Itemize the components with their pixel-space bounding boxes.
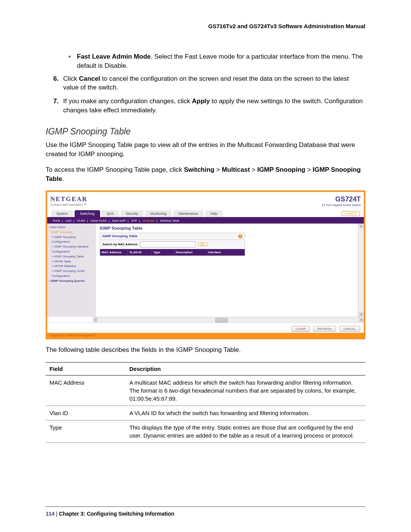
footer-sep: | [54,511,59,517]
cancel-button[interactable]: CANCEL [339,326,360,332]
table-row: MAC Address A multicast MAC address for … [46,375,365,406]
bullet-fast-leave: • Fast Leave Admin Mode. Select the Fast… [68,52,365,70]
tab-security[interactable]: Security [121,210,144,217]
bullet-marker: • [68,52,71,61]
search-input[interactable] [140,241,196,248]
vertical-scrollbar[interactable]: ▴ ▾ [358,224,364,317]
model-block: GS724T 24 Port Gigabit Smart Switch [322,195,361,207]
help-icon[interactable]: ? [238,234,242,238]
col-type: Type [152,249,174,256]
subnav-vlan[interactable]: VLAN [75,219,87,222]
p2-post: . [62,175,64,182]
tab-help[interactable]: Help [205,210,223,217]
horizontal-scrollbar[interactable]: ◂ ▸ [93,317,364,323]
table-intro: The following table describes the fields… [46,346,365,354]
col-desc: Description [174,249,207,256]
tab-maintenance[interactable]: Maintenance [173,210,204,217]
step7-bold: Apply [192,97,210,105]
cell-desc: A multicast MAC address for which the sw… [126,375,365,406]
bullet-label: Fast Leave Admin Mode [77,53,151,60]
th-field: Field [46,362,126,375]
subnav-ports[interactable]: Ports [51,219,62,222]
logout-button[interactable]: LOGOUT [342,211,360,216]
step6-post: to cancel the configuration on the scree… [63,75,349,91]
table-row: Vlan ID A VLAN ID for which the switch h… [46,406,365,420]
step-6: 6. Click Cancel to cancel the configurat… [53,74,365,93]
brand-logo: NETGEAR [50,195,88,203]
brand-tagline: Connect with Innovation ™ [50,203,88,206]
sidebar-item-igmp-table[interactable]: » IGMP Snooping Table [49,254,94,259]
main-tabs: System Switching QoS Security Monitoring… [51,210,224,217]
model-sub: 24 Port Gigabit Smart Switch [322,203,361,207]
sidebar: › Auto-Video ˅ IGMP Snooping » IGMP Snoo… [47,224,96,317]
subnav-lag[interactable]: LAG [64,219,73,222]
step6-bold: Cancel [79,75,100,82]
chapter-label: Chapter 3: Configuring Switching Informa… [59,511,174,517]
sb-lbl-8: IGMP Snooping Querier [51,279,85,283]
tab-monitoring[interactable]: Monitoring [145,210,172,217]
panel-title: IGMP Snooping Table [102,234,137,238]
cell-field: Type [46,420,126,443]
cell-field: MAC Address [46,375,126,406]
step6-num: 6. [53,74,59,83]
cell-field: Vlan ID [46,406,126,420]
tab-system[interactable]: System [51,210,73,217]
sidebar-item-auto-video[interactable]: › Auto-Video [49,225,94,230]
scroll-down-icon[interactable]: ▾ [358,312,364,317]
tab-qos[interactable]: QoS [102,210,119,217]
hscroll-thumb[interactable] [215,318,228,323]
sidebar-item-igmp-config[interactable]: » IGMP Snooping Configuration [49,235,94,245]
page-header: GS716Tv2 and GS724Tv3 Software Administr… [46,23,365,29]
cell-desc: A VLAN ID for which the switch has forwa… [126,406,365,420]
sidebar-item-mfdb-table[interactable]: » MFDB Table [49,259,94,264]
col-mac: MAC Address [100,249,128,256]
section-heading: IGMP Snooping Table [46,126,365,137]
table-header: MAC Address VLAN ID Type Description Int… [100,249,245,256]
main-title: IGMP Snooping Table [100,226,360,230]
sb-lbl-0: Auto-Video [50,225,65,229]
embedded-screenshot: NETGEAR Connect with Innovation ™ GS724T… [46,190,365,339]
subnav-multicast[interactable]: Multicast [141,219,157,222]
refresh-button[interactable]: REFRESH [313,326,336,332]
search-label: Search by MAC Address [102,243,138,246]
col-iface: Interface [207,249,245,256]
p2-g3: > [305,166,312,173]
sidebar-item-igmp-iface[interactable]: » IGMP Snooping Interface Configuration [49,244,94,254]
sidebar-item-querier[interactable]: › IGMP Snooping Querier [49,279,94,284]
subnav-auto-voip[interactable]: Auto-VoIP [110,219,128,222]
copyright: Copyright © 1996-2010 Netgear ® [47,333,364,338]
th-desc: Description [126,362,365,375]
sub-nav: Ports| LAG| VLAN| Voice VLAN| Auto-VoIP|… [47,218,364,224]
main-panel: IGMP Snooping Table IGMP Snooping Table … [96,224,364,317]
sidebar-item-igmp-snooping[interactable]: ˅ IGMP Snooping [49,230,94,235]
sidebar-item-mfdb-stats[interactable]: » MFDB Statistics [49,264,94,269]
sb-lbl-1: IGMP Snooping [51,230,72,234]
go-button[interactable]: GO [198,243,207,246]
panel: IGMP Snooping Table ? Search by MAC Addr… [100,233,245,256]
subnav-stp[interactable]: STP [129,219,139,222]
cell-desc: This displays the type of the entry. Sta… [126,420,365,443]
step7-num: 7. [53,97,59,106]
p2-b3: IGMP Snooping [257,166,305,173]
scroll-up-icon[interactable]: ▴ [358,224,364,228]
screenshot-footer: CLEAR REFRESH CANCEL [47,323,364,333]
para-intro: Use the IGMP Snooping Table page to view… [46,141,365,159]
clear-button[interactable]: CLEAR [292,326,310,332]
scroll-left-icon[interactable]: ◂ [93,318,98,322]
subnav-voice-vlan[interactable]: Voice VLAN [89,219,109,222]
scroll-right-icon[interactable]: ▸ [359,318,364,322]
page-number: 114 [46,511,54,517]
sidebar-item-igmp-vlan[interactable]: » IGMP Snooping VLAN Configuration [49,269,94,279]
para-access: To access the IGMP Snooping Table page, … [46,165,365,184]
p2-pre: To access the IGMP Snooping Table page, … [46,166,184,173]
model-name: GS724T [322,195,361,203]
page-footer: 114 | Chapter 3: Configuring Switching I… [46,506,365,517]
table-row: Type This displays the type of the entry… [46,420,365,443]
step-7: 7. If you make any configuration changes… [53,97,365,115]
step6-pre: Click [63,75,79,82]
subnav-address-table[interactable]: Address Table [158,219,182,222]
hscroll-track[interactable] [98,318,359,322]
p2-b1: Switching [184,166,214,173]
step7-pre: If you make any configuration changes, c… [63,97,192,105]
tab-switching[interactable]: Switching [75,210,100,217]
